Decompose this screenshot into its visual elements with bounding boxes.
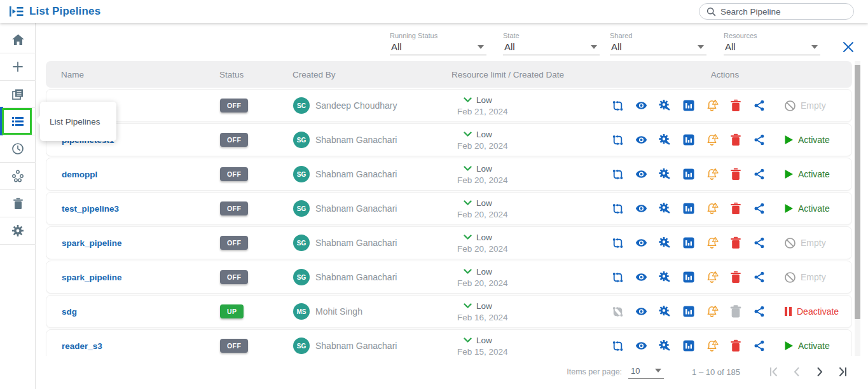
scrollbar-thumb[interactable] (855, 65, 860, 319)
delete-icon[interactable] (729, 133, 742, 147)
view-icon[interactable] (635, 271, 648, 284)
monitor-icon[interactable] (682, 133, 695, 147)
share-icon[interactable] (752, 99, 766, 113)
pipeline-name-link[interactable]: test_pipeline3 (46, 204, 220, 214)
alerts-icon[interactable] (705, 271, 719, 284)
delete-icon[interactable] (729, 271, 742, 284)
resource-limit[interactable]: Low (476, 130, 492, 139)
row-state-button[interactable]: Activate (773, 203, 852, 214)
filter-select[interactable]: All (390, 39, 486, 55)
delete-icon[interactable] (729, 202, 742, 215)
sidebar-item-create[interactable] (0, 53, 36, 81)
delete-icon[interactable] (729, 236, 742, 250)
flow-icon[interactable] (611, 305, 624, 318)
previous-page-button[interactable] (790, 365, 803, 379)
alerts-icon[interactable] (705, 236, 719, 250)
resource-limit[interactable]: Low (476, 233, 492, 242)
share-icon[interactable] (752, 202, 766, 215)
sidebar-item-pages[interactable] (0, 81, 36, 108)
configure-icon[interactable] (658, 339, 672, 353)
delete-icon[interactable] (729, 305, 742, 318)
delete-icon[interactable] (729, 99, 742, 113)
first-page-button[interactable] (767, 365, 780, 379)
last-page-button[interactable] (836, 365, 849, 379)
resource-limit[interactable]: Low (476, 336, 492, 345)
row-state-button[interactable]: Activate (773, 341, 852, 351)
row-state-button[interactable]: Deactivate (773, 306, 852, 317)
alerts-icon[interactable] (705, 168, 719, 181)
view-icon[interactable] (635, 133, 648, 147)
delete-icon[interactable] (729, 339, 742, 353)
filter-select[interactable]: All (503, 39, 600, 55)
pipeline-name-link[interactable]: spark_pipeline (46, 238, 220, 248)
resource-limit[interactable]: Low (476, 164, 492, 174)
resource-limit[interactable]: Low (476, 267, 492, 276)
monitor-icon[interactable] (682, 99, 695, 113)
sidebar-item-graph[interactable] (0, 163, 36, 190)
row-state-button[interactable]: Empty (773, 100, 852, 112)
monitor-icon[interactable] (682, 168, 695, 181)
row-state-button[interactable]: Activate (773, 135, 852, 145)
flow-icon[interactable] (611, 271, 624, 284)
share-icon[interactable] (752, 305, 766, 318)
flow-icon[interactable] (611, 339, 624, 353)
configure-icon[interactable] (658, 99, 672, 113)
next-page-button[interactable] (813, 365, 826, 379)
flow-icon[interactable] (611, 168, 624, 181)
flow-icon[interactable] (611, 236, 624, 250)
configure-icon[interactable] (658, 305, 672, 318)
resource-limit[interactable]: Low (476, 301, 492, 311)
share-icon[interactable] (752, 339, 766, 353)
flow-icon[interactable] (611, 202, 624, 215)
view-icon[interactable] (635, 236, 648, 250)
table-scrollbar[interactable] (855, 61, 860, 356)
resource-limit[interactable]: Low (476, 95, 492, 105)
row-state-button[interactable]: Empty (773, 271, 852, 283)
configure-icon[interactable] (658, 133, 672, 147)
row-state-button[interactable]: Activate (773, 169, 852, 179)
view-icon[interactable] (635, 202, 648, 215)
flow-icon[interactable] (611, 133, 624, 147)
search-box[interactable] (699, 3, 854, 20)
sidebar-item-trash[interactable] (0, 190, 36, 217)
monitor-icon[interactable] (682, 271, 695, 284)
sidebar-item-settings[interactable] (0, 217, 36, 245)
monitor-icon[interactable] (682, 305, 695, 318)
alerts-icon[interactable] (705, 305, 719, 318)
view-icon[interactable] (635, 168, 648, 181)
filter-select[interactable]: All (610, 39, 706, 55)
delete-icon[interactable] (729, 168, 742, 181)
share-icon[interactable] (752, 168, 766, 181)
alerts-icon[interactable] (705, 99, 719, 113)
view-icon[interactable] (635, 99, 648, 113)
configure-icon[interactable] (658, 271, 672, 284)
monitor-icon[interactable] (682, 339, 695, 353)
share-icon[interactable] (752, 271, 766, 284)
pipeline-name-link[interactable]: sdg (46, 307, 220, 317)
sidebar-item-home[interactable] (0, 26, 36, 53)
configure-icon[interactable] (658, 236, 672, 250)
configure-icon[interactable] (658, 168, 672, 181)
resource-limit[interactable]: Low (476, 198, 492, 208)
share-icon[interactable] (752, 236, 766, 250)
sidebar-item-history[interactable] (0, 135, 36, 163)
pipeline-name-link[interactable]: demoppl (46, 170, 220, 179)
search-input[interactable] (720, 7, 841, 17)
alerts-icon[interactable] (705, 339, 719, 353)
view-icon[interactable] (635, 339, 648, 353)
row-state-label: Activate (798, 135, 830, 145)
monitor-icon[interactable] (682, 236, 695, 250)
configure-icon[interactable] (658, 202, 672, 215)
view-icon[interactable] (635, 305, 648, 318)
pipeline-name-link[interactable]: reader_s3 (46, 341, 220, 351)
filter-select[interactable]: All (724, 39, 820, 55)
flow-icon[interactable] (611, 99, 624, 113)
row-state-button[interactable]: Empty (773, 237, 852, 249)
monitor-icon[interactable] (682, 202, 695, 215)
share-icon[interactable] (752, 133, 766, 147)
alerts-icon[interactable] (705, 202, 719, 215)
items-per-page-select[interactable]: 10 (628, 365, 664, 379)
close-filters-button[interactable] (842, 41, 856, 55)
alerts-icon[interactable] (705, 133, 719, 147)
pipeline-name-link[interactable]: spark_pipeline (46, 273, 220, 282)
